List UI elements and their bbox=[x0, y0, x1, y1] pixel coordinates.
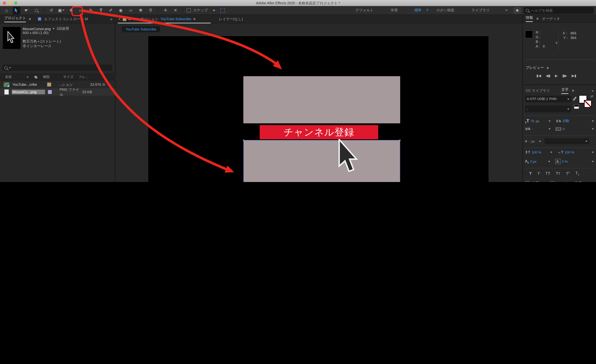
baseline-shift-value[interactable]: 0 px bbox=[530, 160, 536, 163]
subscribed-button-rectangle[interactable] bbox=[243, 76, 400, 123]
brush-tool[interactable]: ✐ bbox=[107, 7, 115, 14]
channel-subscribe-banner[interactable]: チャンネル登録 bbox=[260, 125, 378, 139]
hindi-digits-checkbox[interactable] bbox=[550, 181, 555, 182]
superscript-icon[interactable]: T1 bbox=[566, 171, 570, 176]
label-swatch[interactable] bbox=[47, 83, 51, 87]
stroke-color-swatch[interactable] bbox=[584, 100, 592, 108]
roto-brush-tool[interactable]: ✾ bbox=[137, 7, 144, 14]
eraser-tool[interactable]: ▱ bbox=[127, 7, 134, 14]
tab-cc-libraries[interactable]: CC ライブラリ bbox=[526, 88, 550, 93]
clone-stamp-tool[interactable]: ◉ bbox=[117, 7, 125, 14]
workspace-small-screen[interactable]: 小さい画面 bbox=[436, 8, 454, 13]
help-search-input[interactable]: ヘルプを検索 bbox=[524, 7, 594, 14]
preview-panel-menu-icon[interactable]: ≡ bbox=[547, 66, 549, 70]
last-frame-button[interactable]: ▶▮ bbox=[572, 74, 576, 78]
character-overflow-chevron[interactable]: » bbox=[592, 88, 594, 93]
line-caret-icon[interactable] bbox=[539, 140, 541, 142]
kerning-value[interactable]: - bbox=[532, 127, 533, 131]
tab-project[interactable]: プロジェクト bbox=[4, 16, 26, 22]
project-item-png[interactable]: MouseCu...png PNG ファイル 23 KB bbox=[0, 88, 115, 96]
kerning-caret-icon[interactable] bbox=[549, 128, 551, 130]
comp-label-swatch[interactable] bbox=[123, 17, 126, 21]
previous-frame-button[interactable]: ◀▮ bbox=[546, 74, 550, 78]
vertical-scale-caret-icon[interactable] bbox=[551, 152, 552, 153]
subscript-icon[interactable]: T1 bbox=[575, 171, 579, 176]
manage-workspaces-icon[interactable]: ✱ bbox=[513, 7, 521, 14]
comp-tab-kind[interactable]: コンポジション bbox=[133, 16, 158, 22]
tracking-value[interactable]: 0 bbox=[563, 127, 565, 131]
tab-effect-controls[interactable]: エフェクトコントロール M bbox=[44, 16, 88, 22]
tab-info[interactable]: 情報 bbox=[526, 15, 533, 22]
hand-tool[interactable]: ☛ bbox=[23, 7, 30, 14]
tab-preview[interactable]: プレビュー bbox=[526, 65, 544, 70]
next-frame-button[interactable]: ▮▶ bbox=[562, 74, 567, 78]
eyedropper-icon[interactable] bbox=[573, 96, 577, 101]
font-size-value[interactable]: 75 bbox=[530, 119, 534, 123]
horizontal-scale-value[interactable]: 100 % bbox=[565, 150, 574, 154]
breadcrumb[interactable]: YouTube Subscribe bbox=[122, 26, 160, 32]
tsume-caret-icon[interactable] bbox=[592, 161, 594, 162]
ligatures-checkbox[interactable] bbox=[525, 181, 530, 182]
project-tabs-overflow-chevron[interactable]: » bbox=[110, 16, 112, 22]
pan-behind-tool[interactable]: ✚ bbox=[67, 7, 75, 14]
tsume-value[interactable]: 0 % bbox=[562, 160, 568, 163]
selection-handle[interactable] bbox=[399, 140, 401, 141]
tab-character[interactable]: 文字 bbox=[561, 87, 568, 94]
leading-caret-icon[interactable] bbox=[592, 120, 594, 122]
leading-value[interactable]: 自動 bbox=[562, 119, 569, 123]
column-size[interactable]: サイズ bbox=[63, 75, 74, 79]
swap-fill-stroke-icon[interactable]: ⇄ bbox=[590, 94, 593, 98]
workspace-learn[interactable]: 学習 bbox=[391, 8, 398, 13]
baseline-caret-icon[interactable] bbox=[548, 161, 550, 162]
local-axis-mode-icon[interactable]: ✛ bbox=[162, 7, 169, 14]
workspace-overflow-chevron[interactable]: » bbox=[505, 7, 507, 12]
workspace-standard[interactable]: 標準 bbox=[414, 8, 421, 13]
stroke-style-dropdown[interactable] bbox=[544, 138, 589, 144]
pen-tool[interactable]: ✎ bbox=[87, 7, 95, 14]
column-type[interactable]: 種類 bbox=[43, 75, 50, 79]
vertical-scale-value[interactable]: 100 % bbox=[532, 150, 541, 154]
first-frame-button[interactable]: ▮◀ bbox=[536, 74, 541, 78]
font-style-dropdown[interactable]: - bbox=[525, 106, 571, 112]
rectangle-tool[interactable]: ▭ bbox=[77, 7, 85, 14]
project-panel-menu-icon[interactable]: ≡ bbox=[29, 17, 31, 21]
selection-tool[interactable] bbox=[13, 7, 20, 14]
workspace-default[interactable]: デフォルト bbox=[356, 8, 373, 13]
tab-layer[interactable]: レイヤー(なし) bbox=[219, 16, 243, 22]
snap-checkbox[interactable] bbox=[186, 8, 191, 12]
default-stroke-icon[interactable] bbox=[574, 107, 579, 109]
tab-audio[interactable]: オーディオ bbox=[542, 16, 560, 21]
column-name[interactable]: 名前 bbox=[5, 75, 12, 79]
comp-panel-menu-icon[interactable]: ≡ bbox=[193, 17, 195, 21]
project-search-input[interactable] bbox=[2, 65, 112, 71]
faux-bold-icon[interactable]: T bbox=[529, 171, 532, 175]
rotate-tool[interactable]: ↺ bbox=[48, 7, 55, 14]
puppet-pin-tool[interactable]: ⚲ bbox=[147, 7, 154, 14]
workspace-libraries[interactable]: ライブラリ bbox=[471, 8, 490, 13]
camera-tool[interactable]: ▣ bbox=[58, 7, 65, 14]
faux-italic-icon[interactable]: T bbox=[537, 171, 540, 175]
subscribe-button-rectangle[interactable] bbox=[243, 140, 400, 182]
label-column-icon[interactable] bbox=[34, 76, 37, 79]
type-tool[interactable]: T bbox=[97, 7, 105, 14]
project-item-composition[interactable]: YouTube...cribe ...ション 23.976 ⧉ bbox=[0, 81, 115, 88]
close-tab-icon[interactable]: × bbox=[119, 17, 121, 21]
lock-icon[interactable] bbox=[128, 18, 131, 20]
all-caps-icon[interactable]: TT bbox=[545, 171, 550, 175]
home-icon[interactable]: ⌂ bbox=[3, 7, 10, 14]
footage-name-row[interactable]: MouseCursor.png 1回使用 bbox=[23, 26, 69, 31]
default-fill-icon[interactable] bbox=[574, 104, 579, 106]
font-family-dropdown[interactable]: A-OTF UD新ゴ Pr6N bbox=[525, 96, 571, 102]
info-panel-menu-icon[interactable]: ≡ bbox=[536, 17, 538, 21]
tracking-caret-icon[interactable] bbox=[592, 128, 594, 130]
selection-handle[interactable] bbox=[243, 140, 245, 141]
horizontal-scale-caret-icon[interactable] bbox=[592, 152, 594, 153]
line-value[interactable]: - bbox=[529, 139, 530, 143]
composition-viewer[interactable]: チャンネル登録 bbox=[148, 36, 489, 182]
font-size-caret-icon[interactable] bbox=[549, 120, 551, 122]
zoom-tool[interactable] bbox=[33, 7, 40, 14]
character-panel-menu-icon[interactable]: ≡ bbox=[572, 89, 574, 93]
column-frame[interactable]: フレ... bbox=[78, 75, 88, 79]
small-caps-icon[interactable]: TT bbox=[556, 171, 560, 175]
world-axis-mode-icon[interactable]: ✕ bbox=[172, 7, 179, 14]
